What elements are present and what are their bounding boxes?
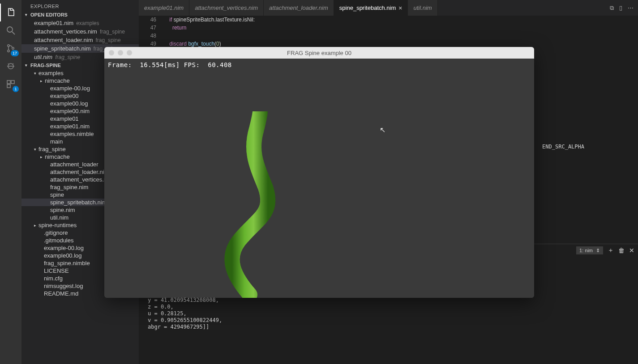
tree-label: spine_spritebatch.nim [50, 199, 107, 206]
tree-label: frag_spine.nimble [44, 260, 90, 267]
chevron-down-icon: ▾ [25, 13, 30, 17]
terminal-selector[interactable]: 1: nim ⇕ [576, 246, 603, 254]
chevron-icon: ▸ [34, 223, 39, 228]
tab-label: attachment_loader.nim [269, 4, 328, 11]
tree-label: examples [39, 70, 64, 76]
editor-tabs: example01.nimattachment_vertices.nimatta… [139, 0, 638, 16]
chevron-icon: ▸ [40, 155, 45, 159]
terminal-selector-label: 1: nim [579, 248, 593, 253]
tree-label: attachment_vertices.nim [50, 176, 113, 183]
vine-graphic [207, 111, 324, 298]
chevron-icon: ▾ [34, 147, 39, 152]
tab-label: spine_spritebatch.nim [339, 4, 396, 11]
search-icon [5, 25, 16, 36]
open-editor-item[interactable]: attachment_vertices.nimfrag_spine [21, 27, 139, 36]
split-icon[interactable]: ⧉ [610, 4, 614, 12]
tree-label: example00.log [50, 100, 88, 107]
activity-search[interactable] [0, 21, 21, 39]
tree-label: nimcache [45, 153, 70, 160]
line-number: 46 [139, 16, 156, 24]
open-editor-item[interactable]: example01.nimexamples [21, 19, 139, 27]
file-path: examples [76, 20, 99, 26]
activity-debug[interactable] [0, 57, 21, 75]
new-terminal-icon[interactable]: ＋ [608, 246, 614, 254]
tree-label: example-00.log [50, 85, 90, 92]
editor-tab[interactable]: util.nim [408, 0, 437, 16]
files-icon [5, 7, 16, 18]
editor-tab[interactable]: spine_spritebatch.nim× [334, 0, 408, 16]
file-name: attachment_loader.nim [34, 37, 93, 43]
tree-label: example00.log [44, 252, 82, 259]
file-name: util.nim [34, 54, 52, 60]
svg-point-0 [7, 27, 13, 32]
tree-label: example00 [50, 93, 79, 99]
tab-label: attachment_vertices.nim [195, 4, 258, 11]
open-editors-label: OPEN EDITORS [30, 12, 68, 17]
minimap[interactable] [607, 16, 638, 244]
file-name: attachment_vertices.nim [34, 28, 97, 35]
tree-label: frag_spine.nim [50, 184, 88, 190]
line-number: 48 [139, 32, 156, 40]
editor-tab[interactable]: example01.nim [139, 0, 189, 16]
svg-point-3 [8, 50, 9, 52]
activity-extensions[interactable]: 1 [0, 75, 21, 93]
svg-line-7 [8, 63, 9, 64]
chevron-down-icon: ▾ [25, 63, 30, 68]
kill-terminal-icon[interactable]: 🗑 [618, 247, 625, 254]
activity-explorer[interactable] [0, 4, 21, 21]
editor-tab[interactable]: attachment_vertices.nim [189, 0, 264, 16]
code-fragment: END_SRC_ALPHA [542, 144, 584, 150]
tree-label: spine-runtimes [39, 222, 77, 229]
project-label: FRAG-SPINE [30, 63, 61, 68]
code-line [163, 32, 638, 40]
tree-label: attachment_loader.nim [50, 169, 109, 175]
fps-overlay: Frame: 16.554[ms] FPS: 60.408 [108, 61, 232, 68]
app-window: FRAG Spine example 00 Frame: 16.554[ms] … [104, 47, 534, 298]
tab-close-icon[interactable]: × [398, 4, 402, 12]
tab-label: util.nim [413, 4, 432, 11]
file-path: frag_spine [96, 37, 121, 43]
tree-label: example00.nim [50, 108, 90, 114]
sidebar-title: EXPLORER [21, 0, 139, 11]
ext-badge: 1 [13, 86, 19, 92]
tree-label: example-00.log [44, 245, 84, 251]
tree-label: frag_spine [39, 146, 66, 152]
open-editors-header[interactable]: ▾ OPEN EDITORS [21, 11, 139, 19]
tree-label: spine.nim [50, 207, 75, 213]
bug-icon [5, 61, 16, 72]
tree-label: attachment_loader [50, 161, 98, 168]
chevron-icon: ▸ [40, 79, 45, 83]
svg-point-2 [8, 45, 9, 47]
tree-label: nimsuggest.log [44, 283, 83, 289]
layout-icon[interactable]: ▯ [619, 4, 622, 11]
svg-rect-10 [11, 80, 14, 84]
tree-label: README.md [44, 290, 78, 297]
code-line: if spineSpriteBatch.lastTexture.isNil: [163, 16, 638, 24]
tree-label: spine [50, 191, 64, 198]
svg-line-8 [13, 63, 13, 64]
tree-label: main [50, 138, 63, 145]
tree-label: example01 [50, 115, 79, 122]
more-icon[interactable]: ⋯ [628, 4, 634, 11]
svg-rect-11 [7, 85, 10, 88]
tree-label: .gitignore [44, 229, 68, 236]
tree-label: LICENSE [44, 267, 69, 274]
code-line: return [163, 24, 638, 32]
mouse-cursor-icon: ↖ [380, 126, 385, 134]
open-editor-item[interactable]: attachment_loader.nimfrag_spine [21, 36, 139, 44]
tab-label: example01.nim [144, 4, 184, 11]
svg-line-1 [12, 32, 15, 34]
activity-git[interactable]: 17 [0, 39, 21, 57]
activity-bar: 17 1 [0, 0, 21, 364]
close-panel-icon[interactable]: ✕ [629, 247, 634, 254]
git-badge: 17 [11, 50, 19, 56]
tree-label: example01.nim [50, 123, 90, 130]
app-titlebar[interactable]: FRAG Spine example 00 [104, 47, 534, 59]
chevron-icon: ▾ [34, 71, 39, 76]
tree-label: examples.nimble [50, 131, 94, 137]
line-number: 47 [139, 24, 156, 32]
editor-tab[interactable]: attachment_loader.nim [264, 0, 334, 16]
svg-rect-9 [7, 80, 10, 84]
file-path: frag_spine [55, 54, 80, 60]
tree-label: nim.cfg [44, 275, 63, 282]
